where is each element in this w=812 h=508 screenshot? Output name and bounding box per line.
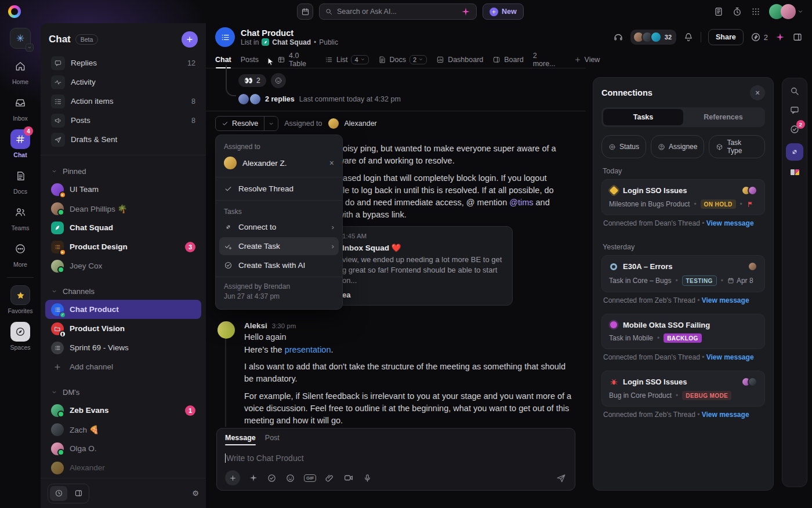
tags-icon[interactable] — [791, 169, 799, 175]
sidebar-item-ui-team[interactable]: ▸ UI Team — [45, 180, 201, 199]
attachment-paperclip-icon[interactable] — [325, 473, 335, 483]
ai-sparkle-icon[interactable] — [249, 473, 258, 482]
sidebar-item-chat-squad[interactable]: Chat Squad — [45, 218, 201, 237]
replies-count[interactable]: 2 replies — [265, 95, 295, 103]
docs-count-pill[interactable]: 2 — [409, 55, 427, 64]
sidebar-item-action-items[interactable]: Action items 8 — [45, 92, 201, 111]
workspace-switcher[interactable]: ✳ — [10, 28, 31, 49]
list-count-pill[interactable]: 4 — [351, 55, 368, 64]
view-message-link[interactable]: View message — [706, 219, 754, 227]
list-view-toggle-button[interactable] — [70, 486, 87, 501]
sidebar-item-joey-cox[interactable]: Joey Cox — [45, 256, 201, 275]
connection-card[interactable]: E30A – Errors Task in Core – Bugs • TEST… — [601, 255, 765, 292]
sidebar-item-replies[interactable]: Replies 12 — [45, 53, 201, 72]
tab-board[interactable]: Board — [492, 51, 523, 68]
task-title[interactable]: Login SSO Issues — [623, 186, 737, 195]
rail-item-more[interactable]: More — [10, 239, 30, 268]
action-items-icon[interactable]: 2 — [789, 124, 800, 135]
account-avatars[interactable] — [769, 4, 804, 19]
sidebar-item-drafts-sent[interactable]: Drafts & Sent — [45, 130, 201, 149]
reaction-pill[interactable]: 👀 2 — [238, 74, 266, 87]
rail-item-favorites[interactable]: Favorites — [8, 285, 32, 314]
menu-item-create-task[interactable]: Create Task › — [219, 237, 339, 255]
connection-card[interactable]: Login SSO Issues Bug in Core Product • D… — [601, 371, 765, 407]
attach-plus-button[interactable] — [225, 470, 240, 485]
view-message-link[interactable]: View message — [702, 296, 749, 304]
tab-docs[interactable]: Docs 2 — [378, 51, 427, 68]
sidebar-item-zeb-evans[interactable]: Zeb Evans 1 — [45, 401, 201, 420]
add-view-button[interactable]: View — [574, 51, 600, 68]
sidebar-item-olga[interactable]: Olga O. — [45, 439, 201, 458]
connection-card[interactable]: Mobile Okta SSO Failing Task in Mobile •… — [601, 314, 765, 349]
global-search[interactable] — [319, 3, 477, 20]
section-channels[interactable]: Channels — [41, 282, 206, 300]
connection-card[interactable]: Login SSO Issues Milestone in Bugs Produ… — [601, 179, 765, 215]
sidebar-item-sprint-69-views[interactable]: Sprint 69 - Views — [45, 338, 201, 357]
search-input[interactable] — [337, 8, 456, 16]
ai-sparkle-icon[interactable] — [775, 32, 785, 42]
rail-item-docs[interactable]: Docs — [10, 166, 30, 195]
rail-item-chat[interactable]: 4 Chat — [10, 129, 30, 158]
recent-toggle-button[interactable] — [50, 486, 67, 501]
clickup-logo[interactable] — [8, 5, 21, 18]
send-button[interactable] — [556, 473, 567, 484]
menu-item-resolve-thread[interactable]: Resolve Thread — [216, 179, 342, 198]
menu-item-connect-to[interactable]: Connect to › — [216, 217, 342, 237]
section-dms[interactable]: DM's — [41, 383, 206, 401]
view-message-link[interactable]: View message — [706, 353, 754, 361]
task-title[interactable]: Mobile Okta SSO Failing — [623, 321, 757, 329]
rail-item-spaces[interactable]: Spaces — [10, 322, 30, 351]
sidebar-item-alexander[interactable]: Alexander — [45, 458, 201, 477]
emoji-icon[interactable] — [285, 473, 295, 483]
sidebar-item-activity[interactable]: Activity — [45, 72, 201, 92]
thread-replies-row[interactable]: 2 replies Last comment today at 4:32 pm — [238, 94, 401, 104]
tab-list[interactable]: List 4 — [325, 51, 369, 68]
ai-sparkle-icon[interactable] — [461, 6, 471, 17]
tab-posts[interactable]: Posts — [241, 51, 259, 68]
assignee-name[interactable]: Alexander — [345, 119, 377, 128]
new-chat-button[interactable] — [182, 31, 198, 48]
search-icon[interactable] — [789, 86, 800, 96]
tabs-more[interactable]: 2 more... — [533, 51, 556, 68]
remove-assignee-icon[interactable]: × — [329, 158, 334, 168]
sidebar-item-zach[interactable]: Zach 🍕 — [45, 420, 201, 439]
panel-toggle-icon[interactable] — [792, 32, 803, 42]
rail-item-teams[interactable]: Teams — [10, 202, 30, 231]
tab-table[interactable]: 4.0 Table — [277, 51, 306, 68]
presentation-link[interactable]: presentation — [285, 345, 331, 354]
close-icon[interactable]: × — [750, 85, 765, 100]
video-record-icon[interactable] — [343, 473, 354, 483]
sidebar-item-dean-phillips[interactable]: Dean Phillips 🌴 — [45, 199, 201, 218]
task-check-icon[interactable] — [267, 473, 277, 483]
microphone-icon[interactable] — [362, 473, 372, 483]
resolve-button[interactable]: Resolve — [216, 117, 264, 130]
sidebar-item-posts[interactable]: Posts 8 — [45, 111, 201, 130]
filter-assignee[interactable]: Assignee — [651, 135, 704, 158]
huddle-headphones-icon[interactable] — [613, 32, 624, 42]
tab-tasks[interactable]: Tasks — [603, 109, 683, 125]
new-button[interactable]: New — [483, 3, 524, 20]
apps-grid-icon[interactable] — [751, 6, 761, 17]
comments-icon[interactable] — [789, 105, 800, 115]
share-button[interactable]: Share — [708, 29, 744, 45]
connections-icon[interactable] — [786, 143, 803, 161]
author-name[interactable]: Aleksi — [244, 321, 267, 330]
filter-task-type[interactable]: Task Type — [709, 135, 765, 158]
menu-item-create-task-ai[interactable]: Create Task with AI — [216, 256, 342, 275]
rail-item-home[interactable]: Home — [10, 56, 30, 85]
quoted-message-card[interactable]: 1:45 AM Inbox Squad ❤️ view, we ended up… — [334, 226, 513, 306]
tab-references[interactable]: References — [683, 109, 763, 125]
composer-input[interactable] — [226, 453, 567, 463]
filter-status[interactable]: Status — [601, 135, 646, 158]
flash-activity-button[interactable]: 2 — [751, 32, 768, 42]
space-name[interactable]: Chat Squad — [272, 38, 311, 46]
tab-dashboard[interactable]: Dashboard — [436, 51, 483, 68]
add-channel-button[interactable]: Add channel — [45, 357, 201, 376]
section-pinned[interactable]: Pinned — [41, 162, 206, 180]
notifications-bell-icon[interactable] — [683, 32, 694, 42]
add-reaction-button[interactable] — [271, 73, 286, 88]
view-message-link[interactable]: View message — [702, 411, 749, 419]
task-title[interactable]: Login SSO Issues — [623, 378, 737, 386]
rail-item-inbox[interactable]: Inbox — [10, 93, 30, 122]
sidebar-item-chat-product[interactable]: ✓ Chat Product — [45, 300, 201, 319]
